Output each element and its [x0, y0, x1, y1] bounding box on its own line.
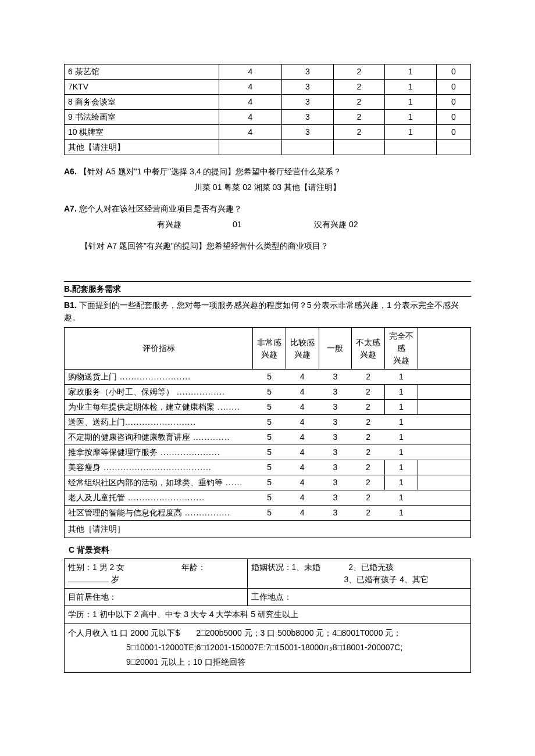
rating-cell: 2: [333, 65, 385, 80]
rating-cell: 2: [333, 110, 385, 125]
trailing-cell: [418, 400, 470, 415]
rating-cell: 4: [286, 385, 319, 400]
a7-opt-yes: 有兴趣: [157, 218, 233, 231]
col-header: 不太感兴趣: [352, 328, 385, 370]
rating-cell: 1: [385, 95, 437, 110]
col-header-empty: [418, 328, 470, 370]
rating-cell: 0: [436, 125, 470, 140]
rating-cell: 1: [385, 430, 418, 445]
section-b-header: B.配套服务需求: [64, 282, 471, 297]
rating-cell: 4: [219, 65, 281, 80]
row-label: 7KTV: [65, 80, 219, 95]
rating-cell: 2: [352, 506, 385, 521]
table-row: 其他【请注明】: [65, 140, 471, 155]
rating-cell: 4: [286, 415, 319, 430]
rating-cell: 4: [286, 490, 319, 506]
rating-cell: 1: [385, 385, 418, 400]
rating-cell: 5: [253, 506, 286, 521]
row-label: 不定期的健康咨询和健康教育讲座 .............: [65, 430, 253, 445]
bg-age-input[interactable]: [68, 574, 109, 582]
bg-marital-1: 婚姻状况：1、未婚: [251, 562, 321, 572]
rating-cell: 4: [219, 110, 281, 125]
rating-cell: 4: [219, 95, 281, 110]
rating-cell: 2: [352, 430, 385, 445]
rating-cell: 3: [319, 430, 352, 445]
rating-cell: 1: [385, 65, 437, 80]
rating-cell: [436, 140, 470, 155]
question-a6: A6. 【针对 A5 题对"1 中餐厅"选择 3,4 的提问】您希望中餐厅经营什…: [64, 166, 471, 178]
table-row: 6 茶艺馆43210: [65, 65, 471, 80]
bg-age-label: 年龄：: [181, 562, 206, 572]
rating-cell: 2: [352, 475, 385, 490]
table-row: 社区管理的智能与信息化程度高 ................54321: [65, 506, 471, 521]
rating-cell: 1: [385, 506, 418, 521]
bg-income-line1: 个人月收入 t1 口 2000 元以下$ 2□200b5000 元；3 口 50…: [68, 626, 467, 640]
col-header: 评价指标: [65, 328, 253, 370]
row-label: 送医、送药上门.........................: [65, 415, 253, 430]
table-row: 推拿按摩等保健理疗服务 .....................54321: [65, 445, 471, 460]
rating-cell: 0: [436, 65, 470, 80]
rating-cell: 3: [319, 400, 352, 415]
rating-cell: 3: [281, 80, 333, 95]
rating-cell: 1: [385, 125, 437, 140]
rating-cell: 3: [319, 385, 352, 400]
row-label: 6 茶艺馆: [65, 65, 219, 80]
rating-cell: 5: [253, 475, 286, 490]
bg-workplace: 工作地点：: [247, 589, 470, 606]
rating-cell: 1: [385, 460, 418, 475]
rating-cell: 1: [385, 415, 418, 430]
rating-cell: [385, 140, 437, 155]
table-row: 购物送货上门 .........................54321: [65, 370, 471, 385]
rating-cell: 2: [352, 370, 385, 385]
rating-cell: 1: [385, 370, 418, 385]
bg-income: 个人月收入 t1 口 2000 元以下$ 2□200b5000 元；3 口 50…: [65, 624, 471, 673]
rating-cell: 3: [319, 445, 352, 460]
row-label: 为业主每年提供定期体检，建立健康档案 ........: [65, 400, 253, 415]
rating-cell: 0: [436, 95, 470, 110]
row-label: 推拿按摩等保健理疗服务 .....................: [65, 445, 253, 460]
rating-cell: 4: [219, 125, 281, 140]
table-a5-continued: 6 茶艺馆432107KTV432108 商务会谈室432109 书法绘画室43…: [64, 64, 471, 155]
row-label: 社区管理的智能与信息化程度高 ................: [65, 506, 253, 521]
col-header: 比较感兴趣: [286, 328, 319, 370]
a7-opt-no: 没有兴趣 02: [314, 218, 358, 231]
rating-cell: 3: [319, 490, 352, 506]
rating-cell: 5: [253, 400, 286, 415]
row-label: 9 书法绘画室: [65, 110, 219, 125]
table-row: 不定期的健康咨询和健康教育讲座 .............54321: [65, 430, 471, 445]
table-row: 9 书法绘画室43210: [65, 110, 471, 125]
background-table: 性别：1 男 2 女 年龄： 岁 婚姻状况：1、未婚 2、已婚无孩 3、已婚有孩…: [64, 558, 471, 673]
rating-cell: 4: [286, 506, 319, 521]
rating-cell: 4: [286, 460, 319, 475]
bg-age-unit: 岁: [111, 575, 119, 584]
rating-cell: 0: [436, 110, 470, 125]
trailing-cell: [418, 415, 470, 430]
rating-cell: 3: [319, 370, 352, 385]
rating-cell: 4: [219, 80, 281, 95]
trailing-cell: [418, 430, 470, 445]
rating-cell: 3: [281, 125, 333, 140]
question-a7: A7. 您个人对在该社区经营商业项目是否有兴趣？: [64, 203, 471, 215]
a7-prefix: A7.: [64, 204, 77, 213]
rating-cell: 4: [286, 370, 319, 385]
bg-marital-2: 2、已婚无孩: [348, 562, 394, 572]
table-row-other: 其他［请注明］: [65, 521, 471, 538]
rating-cell: 3: [319, 475, 352, 490]
rating-cell: 3: [281, 95, 333, 110]
trailing-cell: [418, 385, 470, 400]
rating-cell: 1: [385, 110, 437, 125]
rating-cell: 5: [253, 445, 286, 460]
rating-cell: 5: [253, 385, 286, 400]
rating-cell: 3: [281, 110, 333, 125]
table-row: 10 棋牌室43210: [65, 125, 471, 140]
table-row: 8 商务会谈室43210: [65, 95, 471, 110]
rating-cell: 3: [319, 415, 352, 430]
rating-cell: 1: [385, 400, 418, 415]
bg-income-line2: 5□10001-12000TE;6□12001-150007E:7□15001-…: [68, 640, 467, 655]
trailing-cell: [418, 445, 470, 460]
bg-gender-age: 性别：1 男 2 女 年龄： 岁: [65, 559, 248, 589]
bg-marital-3: 3、已婚有孩子 4、其它: [251, 574, 429, 586]
table-row: 家政服务（小时工、保姆等） .................54321: [65, 385, 471, 400]
rating-cell: 2: [333, 80, 385, 95]
col-header: 非常感兴趣: [253, 328, 286, 370]
